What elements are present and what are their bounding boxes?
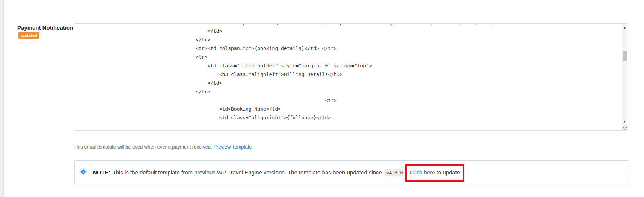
code-line: <td class="title-holder" style="margin: … <box>78 61 621 70</box>
resize-handle[interactable] <box>622 126 627 131</box>
field-description-text: This email template will be used when ev… <box>74 144 212 150</box>
field-label-text: Payment Notification <box>17 24 73 31</box>
scrollbar-thumb[interactable] <box>623 51 627 61</box>
preview-template-link[interactable]: Preview Template <box>213 144 252 150</box>
code-line: </td> <box>78 27 621 35</box>
field-label-payment-notification: Payment Notificationupdated <box>17 24 74 39</box>
email-template-editor[interactable]: <tr><td colspan="2" align="center" valig… <box>74 23 628 131</box>
code-line: </tr> <box>78 35 621 44</box>
section-divider <box>13 4 631 4</box>
code-line: <tr><td colspan="2">{booking_details}</t… <box>78 44 621 53</box>
note-body: This is the default template from previo… <box>113 169 382 176</box>
code-line: <tr> <box>78 96 621 105</box>
note-suffix: to update <box>435 169 460 176</box>
version-chip: v4.3.0 <box>384 169 405 176</box>
updated-badge: updated <box>18 32 39 39</box>
field-description: This email template will be used when ev… <box>74 143 252 151</box>
editor-scrollbar[interactable]: ▲ ▼ <box>622 24 627 126</box>
code-lines: <tr><td colspan="2" align="center" valig… <box>78 24 621 122</box>
code-line: <tr><td colspan="2" align="center" valig… <box>78 24 621 27</box>
code-line: <td class="alignright">{fullname}</td> <box>78 113 621 122</box>
note-text: NOTE: This is the default template from … <box>93 169 461 177</box>
settings-panel: Payment Notificationupdated <tr><td cols… <box>0 0 644 197</box>
code-line: <h3 class="alignleft">Billing Details</h… <box>78 70 621 79</box>
note-prefix: NOTE: <box>93 169 110 176</box>
code-line: </tr> <box>78 87 621 96</box>
code-line: <td>Booking Name</td> <box>78 105 621 113</box>
click-here-link[interactable]: Click here <box>410 169 435 176</box>
code-line: <tr> <box>78 53 621 61</box>
admin-content-edge <box>0 0 4 197</box>
annotated-region: . Click here to update <box>406 169 461 176</box>
note-box: NOTE: This is the default template from … <box>74 160 629 185</box>
lightbulb-icon <box>79 168 88 177</box>
scroll-up-button[interactable]: ▲ <box>622 25 627 30</box>
code-line: </td> <box>78 79 621 87</box>
note-period: . <box>407 169 408 176</box>
scroll-down-button[interactable]: ▼ <box>622 119 627 124</box>
email-template-code-view[interactable]: <tr><td colspan="2" align="center" valig… <box>74 24 621 130</box>
